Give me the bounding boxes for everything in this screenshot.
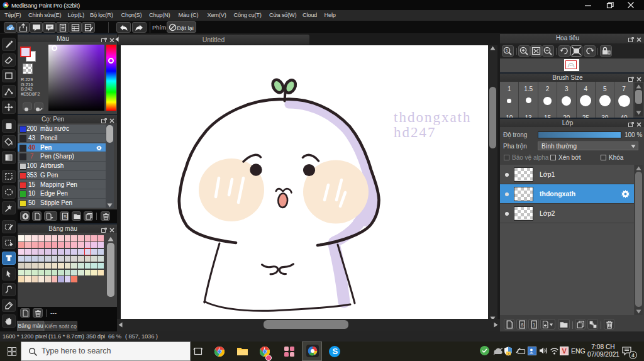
svg-text:8: 8: [521, 322, 524, 328]
svg-text:S: S: [64, 214, 67, 219]
svg-text:1: 1: [533, 322, 536, 328]
svg-text:1: 1: [506, 48, 509, 53]
svg-text:T: T: [6, 254, 11, 263]
